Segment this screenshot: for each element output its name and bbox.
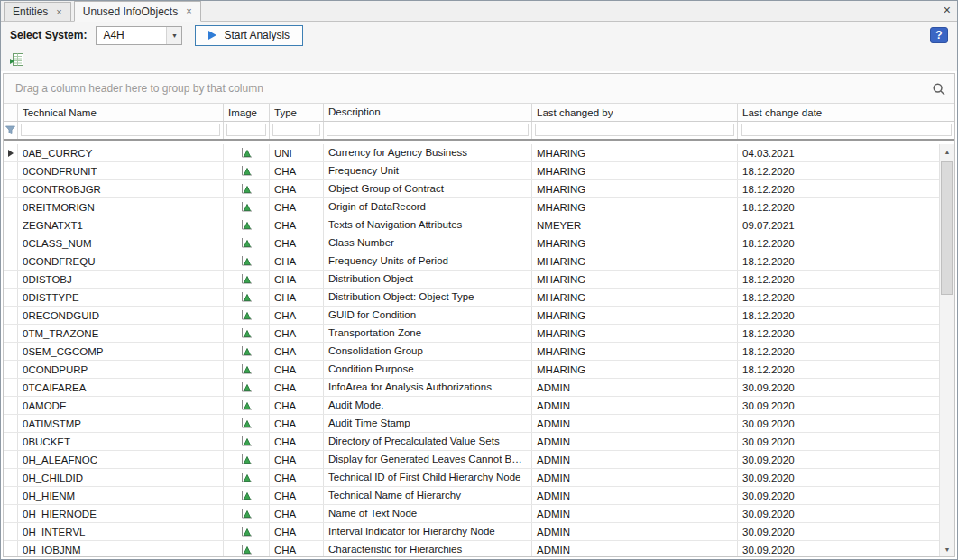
cell-description[interactable]: Audit Mode. bbox=[324, 397, 532, 414]
cell-technical-name[interactable]: 0CONTROBJGR bbox=[18, 180, 224, 197]
table-row[interactable]: 0SEM_CGCOMPCHAConsolidation GroupMHARING… bbox=[4, 343, 939, 361]
cell-technical-name[interactable]: 0H_INTERVL bbox=[18, 523, 224, 540]
cell-last-changed-by[interactable]: ADMIN bbox=[532, 523, 738, 540]
cell-last-changed-by[interactable]: ADMIN bbox=[532, 433, 738, 450]
tab-entities[interactable]: Entities × bbox=[4, 2, 71, 21]
cell-last-change-date[interactable]: 18.12.2020 bbox=[738, 198, 939, 216]
cell-type[interactable]: CHA bbox=[270, 252, 324, 270]
cell-last-changed-by[interactable]: ADMIN bbox=[532, 541, 738, 556]
table-row[interactable]: 0H_CHILDIDCHATechnical ID of First Child… bbox=[4, 469, 939, 487]
cell-type[interactable]: CHA bbox=[270, 289, 324, 306]
cell-type[interactable]: CHA bbox=[270, 433, 324, 450]
cell-technical-name[interactable]: 0H_IOBJNM bbox=[18, 541, 224, 556]
table-row[interactable]: 0CONDPURPCHACondition PurposeMHARING18.1… bbox=[4, 361, 939, 379]
cell-type[interactable]: CHA bbox=[270, 505, 324, 522]
scrollbar-thumb[interactable] bbox=[941, 161, 953, 295]
filter-input-technical-name[interactable] bbox=[18, 122, 224, 139]
cell-last-change-date[interactable]: 30.09.2020 bbox=[738, 541, 939, 556]
cell-type[interactable]: CHA bbox=[270, 271, 324, 288]
cell-description[interactable]: Frequency Units of Period bbox=[324, 252, 532, 270]
cell-type[interactable]: CHA bbox=[270, 451, 324, 468]
cell-description[interactable]: Technical ID of First Child Hierarchy No… bbox=[324, 469, 532, 486]
cell-technical-name[interactable]: 0SEM_CGCOMP bbox=[18, 343, 224, 360]
column-header-image[interactable]: Image bbox=[224, 104, 270, 121]
cell-technical-name[interactable]: 0RECONDGUID bbox=[18, 307, 224, 324]
column-header-type[interactable]: Type bbox=[270, 104, 324, 121]
cell-description[interactable]: Distribution Object bbox=[324, 271, 532, 288]
cell-description[interactable]: Currency for Agency Business bbox=[324, 144, 532, 161]
cell-technical-name[interactable]: 0ATIMSTMP bbox=[18, 415, 224, 432]
table-row[interactable]: 0CONTROBJGRCHAObject Group of ContractMH… bbox=[4, 180, 939, 198]
cell-technical-name[interactable]: 0AMODE bbox=[18, 397, 224, 414]
cell-technical-name[interactable]: 0CONDFREQU bbox=[18, 252, 224, 270]
table-row[interactable]: 0CLASS_NUMCHAClass NumberMHARING18.12.20… bbox=[4, 234, 939, 252]
cell-type[interactable]: CHA bbox=[270, 162, 324, 179]
cell-last-changed-by[interactable]: MHARING bbox=[532, 271, 738, 288]
table-row[interactable]: 0H_INTERVLCHAInterval Indicator for Hier… bbox=[4, 523, 939, 541]
cell-description[interactable]: Object Group of Contract bbox=[324, 180, 532, 197]
cell-last-changed-by[interactable]: MHARING bbox=[532, 252, 738, 270]
cell-type[interactable]: CHA bbox=[270, 180, 324, 197]
cell-description[interactable]: Audit Time Stamp bbox=[324, 415, 532, 432]
cell-last-changed-by[interactable]: ADMIN bbox=[532, 397, 738, 414]
table-row[interactable]: 0CONDFREQUCHAFrequency Units of PeriodMH… bbox=[4, 252, 939, 271]
vertical-scrollbar[interactable]: ▲ ▼ bbox=[939, 144, 954, 556]
cell-technical-name[interactable]: 0CONDFRUNIT bbox=[18, 162, 224, 179]
cell-last-changed-by[interactable]: NMEYER bbox=[532, 216, 738, 234]
table-row[interactable]: 0AMODECHAAudit Mode.ADMIN30.09.2020 bbox=[4, 397, 939, 415]
cell-last-changed-by[interactable]: MHARING bbox=[532, 180, 738, 197]
tab-unused-infoobjects[interactable]: Unused InfoObjects × bbox=[74, 1, 201, 22]
table-row[interactable]: 0H_ALEAFNOCCHADisplay for Generated Leav… bbox=[4, 451, 939, 469]
cell-type[interactable]: CHA bbox=[270, 469, 324, 486]
cell-last-changed-by[interactable]: MHARING bbox=[532, 325, 738, 342]
scroll-down-icon[interactable]: ▼ bbox=[940, 542, 954, 556]
cell-type[interactable]: CHA bbox=[270, 307, 324, 324]
cell-technical-name[interactable]: 0TCAIFAREA bbox=[18, 379, 224, 396]
cell-last-changed-by[interactable]: MHARING bbox=[532, 198, 738, 216]
cell-description[interactable]: Class Number bbox=[324, 234, 532, 252]
table-row[interactable]: 0DISTTYPECHADistribution Object: Object … bbox=[4, 289, 939, 307]
table-row[interactable]: 0BUCKETCHADirectory of Precalculated Val… bbox=[4, 433, 939, 451]
cell-technical-name[interactable]: 0REITMORIGN bbox=[18, 198, 224, 216]
table-row[interactable]: 0H_IOBJNMCHACharacteristic for Hierarchi… bbox=[4, 541, 939, 556]
cell-last-change-date[interactable]: 18.12.2020 bbox=[738, 252, 939, 270]
cell-description[interactable]: Origin of DataRecord bbox=[324, 198, 532, 216]
cell-type[interactable]: CHA bbox=[270, 397, 324, 414]
cell-last-change-date[interactable]: 18.12.2020 bbox=[738, 162, 939, 179]
filter-input-description[interactable] bbox=[324, 122, 532, 139]
cell-last-change-date[interactable]: 30.09.2020 bbox=[738, 451, 939, 468]
cell-last-change-date[interactable]: 30.09.2020 bbox=[738, 415, 939, 432]
cell-last-change-date[interactable]: 30.09.2020 bbox=[738, 433, 939, 450]
cell-technical-name[interactable]: 0H_CHILDID bbox=[18, 469, 224, 486]
cell-technical-name[interactable]: 0AB_CURRCY bbox=[18, 144, 224, 161]
cell-last-change-date[interactable]: 18.12.2020 bbox=[738, 307, 939, 324]
cell-last-change-date[interactable]: 30.09.2020 bbox=[738, 379, 939, 396]
table-row[interactable]: 0REITMORIGNCHAOrigin of DataRecordMHARIN… bbox=[4, 198, 939, 216]
table-row[interactable]: 0DISTOBJCHADistribution ObjectMHARING18.… bbox=[4, 271, 939, 289]
filter-input-last-change-date[interactable] bbox=[738, 122, 954, 139]
cell-technical-name[interactable]: 0H_HIENM bbox=[18, 487, 224, 504]
cell-description[interactable]: InfoArea for Analysis Authorizations bbox=[324, 379, 532, 396]
help-button[interactable]: ? bbox=[930, 27, 948, 43]
cell-last-change-date[interactable]: 30.09.2020 bbox=[738, 505, 939, 522]
cell-type[interactable]: CHA bbox=[270, 379, 324, 396]
cell-technical-name[interactable]: 0BUCKET bbox=[18, 433, 224, 450]
table-row[interactable]: 0AB_CURRCYUNICurrency for Agency Busines… bbox=[4, 144, 939, 162]
cell-technical-name[interactable]: 0CONDPURP bbox=[18, 361, 224, 378]
cell-last-change-date[interactable]: 18.12.2020 bbox=[738, 180, 939, 197]
system-dropdown[interactable]: A4H ▼ bbox=[96, 26, 182, 45]
cell-last-changed-by[interactable]: ADMIN bbox=[532, 505, 738, 522]
table-row[interactable]: 0CONDFRUNITCHAFrequency UnitMHARING18.12… bbox=[4, 162, 939, 180]
cell-description[interactable]: Characteristic for Hierarchies bbox=[324, 541, 532, 556]
cell-last-changed-by[interactable]: ADMIN bbox=[532, 379, 738, 396]
cell-type[interactable]: CHA bbox=[270, 198, 324, 216]
cell-last-change-date[interactable]: 18.12.2020 bbox=[738, 343, 939, 360]
cell-last-changed-by[interactable]: MHARING bbox=[532, 289, 738, 306]
search-icon[interactable] bbox=[932, 82, 946, 96]
cell-description[interactable]: Frequency Unit bbox=[324, 162, 532, 179]
filter-input-last-changed-by[interactable] bbox=[532, 122, 738, 139]
table-row[interactable]: 0H_HIENMCHATechnical Name of HierarchyAD… bbox=[4, 487, 939, 505]
cell-description[interactable]: Display for Generated Leaves Cannot Be C… bbox=[324, 451, 532, 468]
cell-technical-name[interactable]: 0DISTTYPE bbox=[18, 289, 224, 306]
cell-description[interactable]: Consolidation Group bbox=[324, 343, 532, 360]
